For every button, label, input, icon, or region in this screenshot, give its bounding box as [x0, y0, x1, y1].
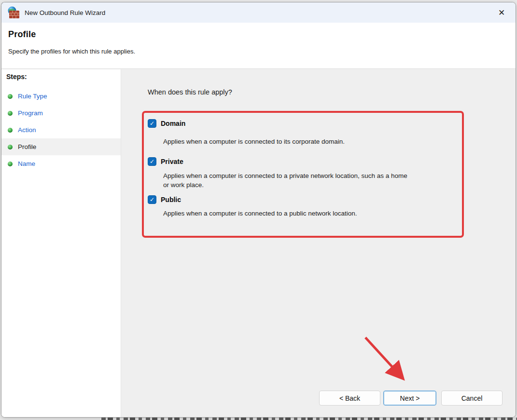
step-label: Rule Type [18, 93, 47, 100]
page-title: Profile [8, 29, 516, 40]
public-label: Public [161, 196, 181, 203]
page-subtitle: Specify the profiles for which this rule… [8, 48, 516, 55]
step-label: Action [18, 126, 36, 134]
checkmark-icon: ✓ [150, 121, 154, 126]
main-panel: When does this rule apply? ✓ Domain Appl… [122, 69, 516, 417]
sidebar-item-name[interactable]: Name [1, 155, 121, 172]
background-window-artifact [101, 418, 517, 420]
sidebar-item-rule-type[interactable]: Rule Type [1, 88, 121, 105]
question-text: When does this rule apply? [148, 88, 232, 96]
private-checkbox[interactable]: ✓ [148, 157, 156, 166]
steps-list: Rule Type Program Action Profile [1, 88, 121, 172]
close-icon[interactable]: ✕ [494, 5, 509, 20]
step-label: Name [18, 160, 35, 167]
domain-description: Applies when a computer is connected to … [163, 137, 453, 146]
sidebar-item-action[interactable]: Action [1, 122, 121, 138]
public-checkbox[interactable]: ✓ [148, 195, 156, 204]
step-bullet-icon [8, 111, 13, 116]
checkmark-icon: ✓ [150, 159, 154, 164]
domain-checkbox[interactable]: ✓ [148, 119, 156, 128]
wizard-dialog: New Outbound Rule Wizard ✕ Profile Speci… [1, 2, 516, 418]
step-label: Profile [18, 143, 36, 150]
steps-heading: Steps: [1, 69, 121, 84]
back-button[interactable]: < Back [319, 391, 380, 406]
next-button[interactable]: Next > [383, 391, 436, 406]
wizard-body: Steps: Rule Type Program Action [1, 69, 516, 417]
domain-label: Domain [161, 120, 185, 127]
title-bar: New Outbound Rule Wizard ✕ [1, 2, 516, 23]
private-description: Applies when a computer is connected to … [163, 171, 453, 190]
step-label: Program [18, 109, 43, 117]
public-description: Applies when a computer is connected to … [163, 209, 453, 218]
wizard-header: Profile Specify the profiles for which t… [1, 23, 516, 69]
annotation-arrow [361, 333, 416, 391]
cancel-button[interactable]: Cancel [441, 391, 503, 406]
sidebar-item-profile[interactable]: Profile [1, 138, 121, 155]
steps-sidebar: Steps: Rule Type Program Action [1, 69, 121, 417]
step-bullet-icon [8, 162, 13, 166]
private-label: Private [161, 158, 183, 165]
step-bullet-icon [8, 145, 13, 149]
screen: New Outbound Rule Wizard ✕ Profile Speci… [0, 0, 517, 420]
checkmark-icon: ✓ [150, 197, 154, 203]
firewall-icon [7, 6, 20, 19]
window-title: New Outbound Rule Wizard [25, 9, 105, 16]
step-bullet-icon [8, 94, 13, 99]
step-bullet-icon [8, 128, 13, 133]
sidebar-item-program[interactable]: Program [1, 105, 121, 122]
